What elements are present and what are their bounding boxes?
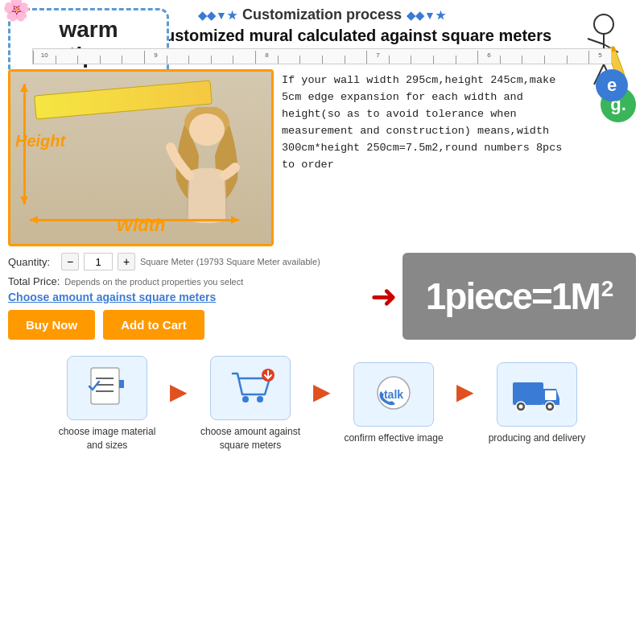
price-label: Total Price: xyxy=(8,275,60,287)
price-row: Total Price: Depends on the product prop… xyxy=(8,275,394,287)
piece-box: ➜ 1piece=1M2 xyxy=(402,253,636,340)
svg-point-10 xyxy=(189,114,225,146)
step-2: choose amount against square meters xyxy=(194,356,307,452)
price-note: Depends on the product properties you se… xyxy=(64,277,243,287)
step-4: producing and delivery xyxy=(481,362,593,445)
step-4-label: producing and delivery xyxy=(489,431,586,445)
middle-section: Height Width e g. If your wall xyxy=(0,69,644,246)
piece-text: 1piece=1M2 xyxy=(426,278,613,315)
quantity-label: Quantity: xyxy=(8,256,56,268)
step-3-icon-box: talk xyxy=(353,362,434,427)
ruler-bar: 10 9 8 7 6 5 xyxy=(32,48,612,64)
info-panel: e g. If your wall width 295cm,height 245… xyxy=(282,69,636,246)
quantity-input[interactable] xyxy=(84,253,113,270)
step-3: talk confirm effective image xyxy=(337,362,450,445)
action-buttons: Buy Now Add to Cart xyxy=(8,310,394,340)
qty-unit: Square Meter (19793 Square Meter availab… xyxy=(140,257,320,266)
qty-minus-button[interactable]: − xyxy=(61,253,79,270)
step-1-label: choose image material and sizes xyxy=(51,425,163,452)
svg-point-16 xyxy=(257,396,263,402)
svg-point-23 xyxy=(518,404,522,408)
svg-point-15 xyxy=(242,396,249,402)
cart-icon xyxy=(226,364,275,412)
buy-now-button[interactable]: Buy Now xyxy=(8,310,95,340)
step-2-icon-box xyxy=(210,356,291,420)
qty-price-left: Quantity: − + Square Meter (19793 Square… xyxy=(8,253,394,340)
eg-circle-e: e xyxy=(596,69,628,101)
step-arrow-1: ▶ xyxy=(170,378,188,405)
image-box: Height Width xyxy=(8,69,274,246)
truck-icon xyxy=(511,373,564,417)
header-title: ◆◆▼★ Customization process ◆◆▼★ xyxy=(198,6,446,23)
svg-line-2 xyxy=(588,39,604,44)
flower-decoration: 🌸 xyxy=(2,0,31,23)
svg-text:talk: talk xyxy=(384,388,403,401)
height-arrow xyxy=(23,84,26,204)
width-label: Width xyxy=(117,215,166,236)
svg-point-25 xyxy=(547,404,551,408)
quantity-row: Quantity: − + Square Meter (19793 Square… xyxy=(8,253,394,270)
qty-plus-button[interactable]: + xyxy=(118,253,135,270)
svg-rect-20 xyxy=(513,382,543,405)
step-4-icon-box xyxy=(497,362,577,427)
deco-left: ◆◆▼★ xyxy=(198,9,237,22)
step-1-icon-box xyxy=(67,356,147,420)
step-3-label: confirm effective image xyxy=(344,431,443,445)
qty-piece-section: Quantity: − + Square Meter (19793 Square… xyxy=(0,246,644,341)
step-arrow-2: ▶ xyxy=(313,378,331,405)
steps-section: choose image material and sizes ▶ choose… xyxy=(0,345,644,459)
phone-icon: talk xyxy=(369,370,418,419)
step-1: choose image material and sizes xyxy=(51,356,163,452)
svg-point-0 xyxy=(594,14,613,34)
svg-rect-21 xyxy=(545,390,556,400)
choose-amount-text: Choose amount against square meters xyxy=(8,291,394,303)
step-2-label: choose amount against square meters xyxy=(194,425,307,452)
add-to-cart-button[interactable]: Add to Cart xyxy=(103,310,204,340)
red-arrow: ➜ xyxy=(370,280,398,312)
step-arrow-3: ▶ xyxy=(456,378,474,405)
info-text: If your wall width 295cm,height 245cm,ma… xyxy=(282,69,636,174)
checklist-icon xyxy=(83,364,131,412)
width-arrow xyxy=(30,219,239,221)
header-title-text: Customization process xyxy=(242,6,402,23)
deco-right: ◆◆▼★ xyxy=(407,9,446,22)
